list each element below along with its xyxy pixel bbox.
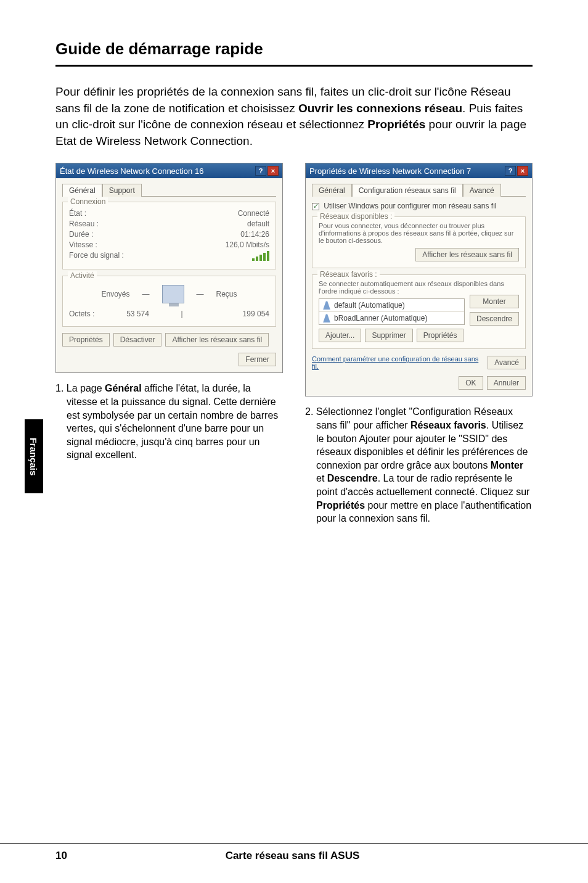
close-icon[interactable]: ×	[267, 166, 279, 176]
envoyes-label: Envoyés	[101, 290, 129, 298]
status-footer: Fermer	[62, 353, 276, 366]
ajouter-button[interactable]: Ajouter...	[319, 329, 361, 342]
cap-r-m2: et	[316, 473, 327, 483]
help-icon-2[interactable]: ?	[505, 166, 516, 176]
page-title: Guide de démarrage rapide	[55, 39, 533, 59]
status-dialog-title: État de Wireless Network Connection 16	[60, 166, 203, 176]
properties-dialog-title: Propriétés de Wireless Network Connectio…	[309, 166, 471, 176]
cap-r-b1: Réseaux favoris	[410, 420, 486, 430]
list-item[interactable]: bRoadLanner (Automatique)	[319, 312, 464, 324]
title-rule	[55, 65, 533, 67]
tab-support[interactable]: Support	[102, 184, 142, 197]
proprietes-net-button[interactable]: Propriétés	[417, 329, 464, 342]
titlebar-buttons: ? ×	[255, 166, 279, 176]
properties-dialog-titlebar: Propriétés de Wireless Network Connectio…	[306, 163, 532, 178]
two-column-layout: État de Wireless Network Connection 16 ?…	[55, 163, 533, 525]
computer-icon	[162, 285, 184, 303]
titlebar-buttons-2: ? ×	[505, 166, 528, 176]
preferred-desc: Se connecter automatiquement aux réseaux…	[319, 280, 519, 295]
cap-r-b2: Monter	[491, 460, 523, 470]
status-button-row: Propriétés Désactiver Afficher les résea…	[62, 333, 276, 347]
preferred-legend: Réseaux favoris :	[317, 270, 380, 279]
move-buttons: Monter Descendre	[470, 295, 519, 329]
available-networks-group: Réseaux disponibles : Pour vous connecte…	[312, 216, 526, 268]
item2-label: bRoadLanner (Automatique)	[334, 314, 427, 322]
tower-icon	[323, 301, 330, 310]
item1-label: default (Automatique)	[334, 301, 405, 310]
afficher-reseaux-button[interactable]: Afficher les réseaux sans fil	[165, 333, 269, 347]
properties-dialog: Propriétés de Wireless Network Connectio…	[305, 163, 533, 396]
cap-r-b4: Propriétés	[316, 500, 365, 511]
page: Guide de démarrage rapide Pour définir l…	[0, 0, 588, 883]
use-windows-row: Utiliser Windows pour configurer mon rés…	[312, 202, 526, 210]
preferred-networks-group: Réseaux favoris : Se connecter automatiq…	[312, 274, 526, 349]
dash1: —	[142, 290, 150, 298]
duree-label: Durée :	[69, 230, 93, 239]
properties-dialog-body: Général Configuration réseaux sans fil A…	[306, 178, 532, 396]
properties-footer: OK Annuler	[312, 376, 526, 390]
annuler-button[interactable]: Annuler	[487, 376, 526, 390]
available-legend: Réseaux disponibles :	[317, 212, 394, 221]
use-windows-checkbox[interactable]	[312, 203, 319, 210]
octets-label: Octets :	[69, 310, 94, 318]
tab-avance[interactable]: Avancé	[463, 184, 501, 197]
config-footer-row: Comment paramétrer une configuration de …	[312, 355, 526, 370]
status-dialog: État de Wireless Network Connection 16 ?…	[55, 163, 283, 373]
cap-r-b3: Descendre	[327, 473, 378, 483]
preferred-listbox[interactable]: default (Automatique) bRoadLanner (Autom…	[319, 298, 465, 325]
duree-value: 01:14:26	[240, 230, 269, 239]
ok-button[interactable]: OK	[459, 376, 483, 390]
activity-legend: Activité	[68, 271, 97, 280]
language-sidetab: Français	[25, 419, 43, 493]
proprietes-button[interactable]: Propriétés	[62, 333, 110, 347]
page-number: 10	[55, 850, 67, 862]
descendre-button[interactable]: Descendre	[470, 312, 519, 326]
list-item[interactable]: default (Automatique)	[319, 299, 464, 312]
tower-icon	[323, 314, 330, 322]
activity-row: Envoyés — — Reçus	[69, 285, 269, 303]
vitesse-value: 126,0 Mbits/s	[226, 240, 269, 249]
supprimer-button[interactable]: Supprimer	[365, 329, 412, 342]
avance-button[interactable]: Avancé	[488, 356, 526, 369]
recus-value: 199 054	[183, 310, 269, 318]
reseau-label: Réseau :	[69, 220, 99, 228]
monter-button[interactable]: Monter	[470, 295, 519, 308]
caption-right: 2. Sélectionnez l'onglet "Configuration …	[305, 405, 533, 525]
connection-legend: Connexion	[68, 197, 108, 206]
afficher-reseaux-sans-fil-button[interactable]: Afficher les réseaux sans fil	[415, 248, 519, 261]
vitesse-label: Vitesse :	[69, 240, 97, 249]
etat-label: État :	[69, 209, 86, 218]
intro-b2: Propriétés	[367, 118, 425, 131]
tab-general[interactable]: Général	[62, 184, 102, 197]
intro-paragraph: Pour définir les propriétés de la connex…	[55, 84, 533, 149]
status-dialog-titlebar: État de Wireless Network Connection 16 ?…	[56, 163, 282, 178]
reseau-value: default	[247, 220, 269, 228]
caption-left: 1. La page Général affiche l'état, la du…	[55, 382, 283, 462]
tab-config-reseaux[interactable]: Configuration réseaux sans fil	[352, 184, 463, 197]
etat-value: Connecté	[238, 209, 269, 218]
dash2: —	[197, 290, 204, 298]
config-link[interactable]: Comment paramétrer une configuration de …	[312, 355, 481, 370]
right-column: Propriétés de Wireless Network Connectio…	[305, 163, 533, 525]
preferred-net-row: default (Automatique) bRoadLanner (Autom…	[319, 295, 519, 329]
product-name: Carte réseau sans fil ASUS	[67, 850, 518, 862]
available-btn-row: Afficher les réseaux sans fil	[319, 248, 519, 261]
desactiver-button[interactable]: Désactiver	[113, 333, 162, 347]
available-desc: Pour vous connecter, vous déconnecter ou…	[319, 222, 519, 244]
help-icon[interactable]: ?	[255, 166, 266, 176]
use-windows-label: Utiliser Windows pour configurer mon rés…	[324, 202, 496, 210]
recus-label: Reçus	[216, 290, 237, 298]
fermer-button[interactable]: Fermer	[239, 353, 276, 366]
force-label: Force du signal :	[69, 251, 124, 261]
close-icon-2[interactable]: ×	[517, 166, 528, 176]
properties-tabs: Général Configuration réseaux sans fil A…	[312, 183, 526, 197]
left-column: État de Wireless Network Connection 16 ?…	[55, 163, 283, 525]
activity-group: Activité Envoyés — — Reçus Octets : 53 5…	[62, 276, 276, 327]
status-dialog-body: Général Support Connexion État :Connecté…	[56, 178, 282, 372]
preferred-button-row: Ajouter... Supprimer Propriétés	[319, 329, 519, 342]
page-footer: 10 Carte réseau sans fil ASUS	[0, 843, 588, 862]
cap-left-rest: affiche l'état, la durée, la vitesse et …	[67, 383, 278, 460]
tab-general-2[interactable]: Général	[312, 184, 352, 197]
connection-group: Connexion État :Connecté Réseau :default…	[62, 202, 276, 269]
status-tabs: Général Support	[62, 183, 276, 197]
